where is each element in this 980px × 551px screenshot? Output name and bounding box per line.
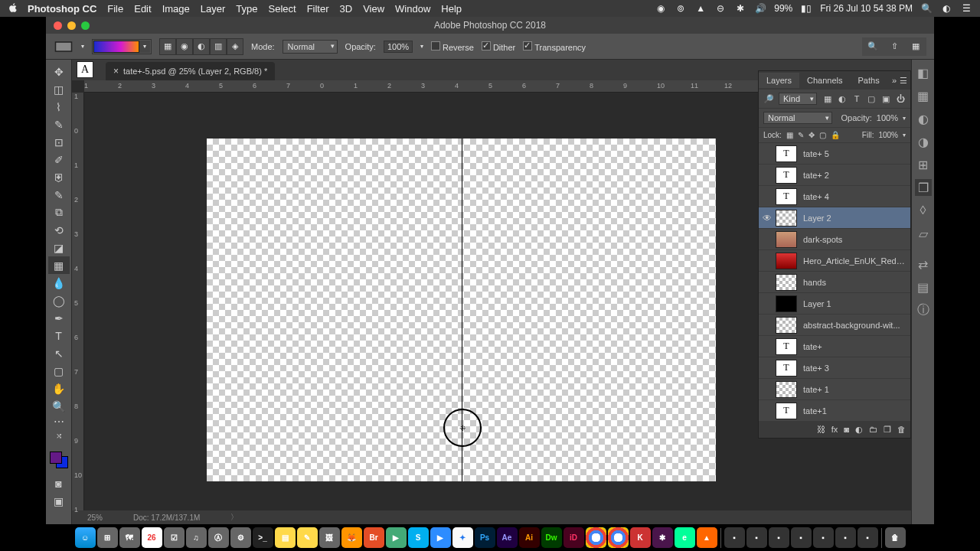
status-arrow[interactable]: 〉 (230, 512, 238, 523)
battery-icon[interactable]: ▮▯ (800, 2, 812, 15)
vertical-ruler[interactable]: 10123456789101 (72, 93, 84, 510)
layer-row[interactable]: Ttate+ 4 (759, 186, 910, 207)
styles-panel-icon[interactable]: ⊞ (915, 156, 932, 173)
tab-layers[interactable]: Layers (759, 73, 799, 88)
document-tab[interactable]: × tate+-5.psd @ 25% (Layer 2, RGB/8) * (106, 62, 275, 80)
dock-skype[interactable]: S (408, 527, 429, 548)
menu-window[interactable]: Window (395, 3, 430, 15)
layer-thumbnail[interactable]: T (776, 167, 797, 184)
filter-adjust-icon[interactable]: ◐ (837, 93, 848, 104)
lasso-tool[interactable]: ⌇ (48, 98, 70, 116)
marquee-tool[interactable]: ◫ (48, 80, 70, 98)
opacity-field[interactable]: 100% (384, 41, 413, 53)
gradient-picker-arrow[interactable]: ▾ (139, 41, 150, 53)
menu-file[interactable]: File (107, 3, 123, 15)
dock-aftereffects[interactable]: Ae (497, 527, 518, 548)
menu-3d[interactable]: 3D (340, 3, 353, 15)
hand-tool[interactable]: ✋ (48, 380, 70, 397)
delete-layer-icon[interactable]: 🗑 (897, 425, 906, 435)
dock-recent5[interactable]: ▪ (813, 527, 834, 548)
history-panel-icon[interactable]: ▤ (915, 279, 932, 295)
collapse-panel-icon[interactable]: » (892, 76, 897, 86)
record-icon[interactable]: ◉ (655, 2, 667, 15)
notification-icon[interactable]: ☰ (960, 2, 972, 15)
layer-row[interactable]: Ttate+ (759, 336, 910, 357)
layer-row[interactable]: Ttate+ 3 (759, 357, 910, 379)
layer-name[interactable]: tate+ 3 (803, 364, 906, 373)
gradient-tool[interactable]: ▦ (48, 256, 70, 274)
layer-row[interactable]: 👁Layer 2 (759, 207, 910, 229)
dock-chrome-canary[interactable] (608, 527, 629, 548)
adjustments-panel-icon[interactable]: ◑ (915, 133, 932, 150)
new-layer-icon[interactable]: ❐ (884, 425, 891, 435)
dock-bridge[interactable]: Br (364, 527, 384, 548)
swatches-panel-icon[interactable]: ▦ (915, 87, 932, 104)
dock-reminders[interactable]: ☑ (164, 527, 185, 548)
dock-recent6[interactable]: ▪ (835, 527, 856, 548)
filter-pixel-icon[interactable]: ▦ (822, 93, 833, 104)
tab-channels[interactable]: Channels (799, 73, 850, 88)
layer-row[interactable]: Hero_Article_EnUK_Red-E... (759, 250, 910, 272)
move-tool[interactable]: ✥ (48, 63, 70, 80)
layers-panel-icon[interactable]: ❐ (915, 179, 932, 196)
bluetooth-icon[interactable]: ✱ (734, 2, 746, 15)
paths-panel-icon[interactable]: ▱ (915, 225, 932, 242)
dock-maps[interactable]: 🗺 (119, 527, 140, 548)
menu-select[interactable]: Select (268, 3, 296, 15)
menu-image[interactable]: Image (162, 3, 190, 15)
swap-colors-icon[interactable]: ⤭ (48, 429, 70, 442)
cc-icon[interactable]: ⊚ (675, 2, 687, 15)
dock-settings[interactable]: ⚙ (230, 527, 251, 548)
crop-tool[interactable]: ⊡ (48, 133, 70, 151)
menu-edit[interactable]: Edit (134, 3, 151, 15)
layer-name[interactable]: tate+ 2 (803, 171, 906, 180)
gradient-tool-icon[interactable] (54, 38, 74, 55)
dodge-tool[interactable]: ◯ (48, 292, 70, 309)
angle-gradient[interactable]: ◐ (193, 38, 210, 55)
gradient-picker[interactable]: ▾ (92, 39, 152, 54)
tool-preset-arrow[interactable]: ▾ (81, 43, 84, 50)
opacity-arrow[interactable]: ▾ (420, 43, 423, 50)
filter-icon[interactable]: 🔎 (763, 94, 774, 104)
filter-toggle-icon[interactable]: ⏻ (895, 93, 906, 104)
menu-type[interactable]: Type (236, 3, 257, 15)
info-panel-icon[interactable]: ⓘ (915, 302, 932, 318)
dock-music[interactable]: ♫ (186, 527, 207, 548)
adjustment-layer-icon[interactable]: ◐ (855, 425, 863, 435)
layer-blend-select[interactable]: Normal (763, 112, 832, 124)
clone-tool[interactable]: ⧉ (48, 204, 70, 221)
layer-row[interactable]: dark-spots (759, 229, 910, 250)
mini-preview[interactable]: A (77, 61, 93, 78)
layer-row[interactable]: Ttate+ 2 (759, 165, 910, 186)
layer-row[interactable]: tate+ 1 (759, 379, 910, 400)
apple-icon[interactable] (8, 2, 18, 15)
layer-thumbnail[interactable] (776, 210, 797, 227)
menu-filter[interactable]: Filter (307, 3, 329, 15)
libraries-panel-icon[interactable]: ◐ (915, 110, 932, 127)
minimize-window[interactable] (67, 21, 76, 30)
linear-gradient[interactable]: ▦ (159, 38, 176, 55)
color-swatches[interactable] (48, 445, 70, 467)
dock-photoshop[interactable]: Ps (475, 527, 495, 548)
dock-launchpad[interactable]: ⊞ (97, 527, 118, 548)
dock-app1[interactable]: ▶ (386, 527, 407, 548)
close-window[interactable] (54, 21, 62, 30)
dock-recent4[interactable]: ▪ (791, 527, 812, 548)
screenmode-tool[interactable]: ▣ (48, 492, 70, 510)
dock-firefox[interactable]: 🦊 (341, 527, 362, 548)
layer-opacity-value[interactable]: 100% (877, 113, 898, 122)
lock-all-icon[interactable]: 🔒 (831, 131, 840, 139)
dock-indesign[interactable]: iD (564, 527, 584, 548)
doc-size[interactable]: Doc: 17.2M/137.1M (133, 514, 200, 522)
filter-kind-select[interactable]: Kind (779, 93, 817, 105)
layer-fx-icon[interactable]: fx (831, 425, 838, 435)
type-tool[interactable]: T (48, 327, 70, 344)
reverse-checkbox[interactable]: Reverse (431, 41, 474, 52)
layer-row[interactable]: Ttate+1 (759, 400, 910, 422)
dock-appstore[interactable]: Ⓐ (208, 527, 229, 548)
layer-row[interactable]: Ttate+ 5 (759, 143, 910, 165)
diamond-gradient[interactable]: ◈ (227, 38, 243, 55)
rectangle-tool[interactable]: ▢ (48, 362, 70, 380)
layer-row[interactable]: Layer 1 (759, 293, 910, 315)
menu-help[interactable]: Help (441, 3, 462, 15)
